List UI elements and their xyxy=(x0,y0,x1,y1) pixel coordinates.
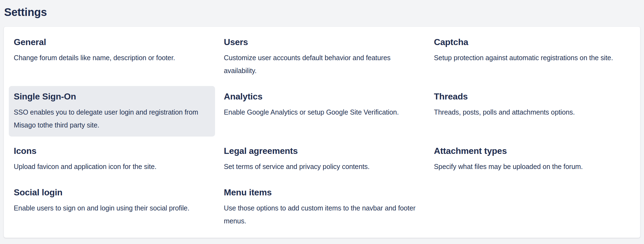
settings-item-users[interactable]: Users Customize user accounts default be… xyxy=(219,32,425,82)
settings-item-title: Menu items xyxy=(224,187,420,198)
settings-item-legal-agreements[interactable]: Legal agreements Set terms of service an… xyxy=(219,140,425,178)
settings-item-attachment-types[interactable]: Attachment types Specify what files may … xyxy=(429,140,635,178)
settings-grid: General Change forum details like name, … xyxy=(9,32,635,232)
settings-item-description: Use those options to add custom items to… xyxy=(224,202,418,228)
settings-item-title: Users xyxy=(224,37,420,48)
settings-item-captcha[interactable]: Captcha Setup protection against automat… xyxy=(429,32,635,82)
settings-item-description: Enable users to sign on and login using … xyxy=(14,202,208,215)
settings-item-title: Icons xyxy=(14,145,210,156)
settings-item-description: Setup protection against automatic regis… xyxy=(434,51,628,64)
settings-item-description: SSO enables you to delegate user login a… xyxy=(14,106,208,132)
settings-item-description: Customize user accounts default behavior… xyxy=(224,51,418,77)
settings-item-single-sign-on[interactable]: Single Sign-On SSO enables you to delega… xyxy=(9,86,215,137)
settings-item-description: Upload favicon and application icon for … xyxy=(14,160,208,173)
settings-item-title: Attachment types xyxy=(434,145,630,156)
settings-card: General Change forum details like name, … xyxy=(4,26,640,238)
settings-item-analytics[interactable]: Analytics Enable Google Analytics or set… xyxy=(219,86,425,137)
page-title: Settings xyxy=(4,5,640,19)
settings-item-menu-items[interactable]: Menu items Use those options to add cust… xyxy=(219,182,425,232)
settings-item-title: Captcha xyxy=(434,37,630,48)
settings-item-description: Specify what files may be uploaded on th… xyxy=(434,160,628,173)
settings-item-description: Threads, posts, polls and attachments op… xyxy=(434,106,628,119)
settings-item-icons[interactable]: Icons Upload favicon and application ico… xyxy=(9,140,215,178)
settings-item-description: Set terms of service and privacy policy … xyxy=(224,160,418,173)
settings-item-general[interactable]: General Change forum details like name, … xyxy=(9,32,215,82)
settings-item-description: Enable Google Analytics or setup Google … xyxy=(224,106,418,119)
settings-item-description: Change forum details like name, descript… xyxy=(14,51,208,64)
settings-item-social-login[interactable]: Social login Enable users to sign on and… xyxy=(9,182,215,232)
settings-item-title: Analytics xyxy=(224,91,420,102)
settings-item-title: Threads xyxy=(434,91,630,102)
settings-item-title: General xyxy=(14,37,210,48)
settings-item-title: Social login xyxy=(14,187,210,198)
settings-item-threads[interactable]: Threads Threads, posts, polls and attach… xyxy=(429,86,635,137)
settings-item-title: Legal agreements xyxy=(224,145,420,156)
settings-item-title: Single Sign-On xyxy=(14,91,210,102)
settings-page: Settings General Change forum details li… xyxy=(0,0,644,244)
